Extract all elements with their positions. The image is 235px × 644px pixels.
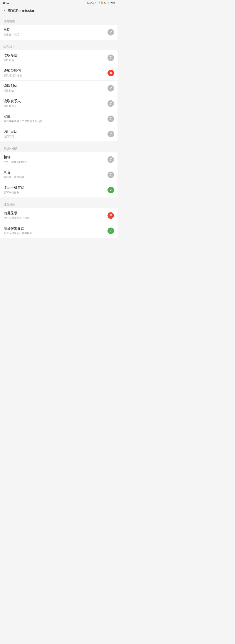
section-list-2: 相机拍照、录像和闪光灯?录音通话录音和本地录音?读写手机存储读写手机存储✓: [0, 152, 117, 198]
section-header-2: 多媒体相关: [0, 144, 117, 152]
list-item-text: 读取短信读取短信: [3, 53, 105, 62]
list-item-desc: 访问日历: [3, 135, 105, 138]
alarm-icon: ⏰: [97, 2, 100, 4]
battery-icon: 🔋: [107, 2, 110, 4]
status-right-icons: 29.0K/s ✗ ⏰ 📶 4G 🔋 94%: [87, 2, 115, 4]
list-item-title: 录音: [3, 170, 105, 175]
battery-level: 94%: [111, 2, 115, 4]
list-item: 电话直接拨打电话?: [0, 25, 117, 40]
list-item-title: 锁屏显示: [3, 211, 105, 216]
network-speed: 29.0K/s: [87, 2, 94, 4]
permission-icon-check[interactable]: ✓: [107, 228, 114, 234]
list-item-title: 读取短信: [3, 53, 105, 58]
section-header-3: 设置相关: [0, 200, 117, 208]
list-item-desc: 读取联系人: [3, 104, 105, 108]
list-item-desc: 拍照、录像和闪光灯: [3, 160, 105, 164]
list-item: 读取彩信读取彩信?: [0, 81, 117, 96]
list-item-title: 后台弹出界面: [3, 226, 105, 231]
list-item-desc: 通话录音和本地录音: [3, 176, 105, 179]
list-item-text: 后台弹出界面允许应用在后台弹出界面: [3, 226, 105, 235]
list-item-title: 读取彩信: [3, 84, 105, 88]
list-item-text: 读取彩信读取彩信: [3, 84, 105, 92]
section-list-0: 电话直接拨打电话?: [0, 25, 117, 40]
list-item-text: 定位通过网络或者卫星对您的手机定位: [3, 114, 105, 123]
list-item-text: 锁屏显示允许应用在锁屏上显示: [3, 211, 105, 220]
list-item-title: 相机: [3, 155, 105, 160]
list-item-title: 电话: [3, 28, 105, 32]
list-item: 后台弹出界面允许应用在后台弹出界面✓: [0, 223, 117, 238]
signal-icon: 📶: [101, 2, 103, 4]
list-item-desc: 允许应用在后台弹出界面: [3, 232, 105, 235]
section-header-1: 隐私相关: [0, 42, 117, 50]
list-item-title: 通知类短信: [3, 68, 105, 73]
list-item: 锁屏显示允许应用在锁屏上显示✕: [0, 208, 117, 223]
list-item-title: 定位: [3, 114, 105, 119]
list-item-text: 访问日历访问日历: [3, 130, 105, 138]
list-item-text: 电话直接拨打电话: [3, 28, 105, 36]
list-item: 相机拍照、录像和闪光灯?: [0, 152, 117, 167]
list-item-desc: 允许应用在锁屏上显示: [3, 216, 105, 220]
permission-icon-cross[interactable]: ✕: [107, 212, 114, 219]
permission-icon-question[interactable]: ?: [107, 131, 114, 137]
section-gap: [0, 40, 117, 42]
permission-icon-question[interactable]: ?: [107, 54, 114, 61]
permission-icon-cross[interactable]: ✕: [107, 70, 114, 76]
list-item: 定位通过网络或者卫星对您的手机定位?: [0, 111, 117, 126]
section-list-3: 锁屏显示允许应用在锁屏上显示✕后台弹出界面允许应用在后台弹出界面✓: [0, 208, 117, 238]
list-item: 通知类短信读取通知类短信✕: [0, 66, 117, 81]
list-item-title: 访问日历: [3, 130, 105, 134]
permission-icon-question[interactable]: ?: [107, 156, 114, 163]
permission-icon-question[interactable]: ?: [107, 29, 114, 36]
back-button[interactable]: ‹: [3, 9, 5, 13]
section-gap: [0, 198, 117, 200]
list-item-text: 相机拍照、录像和闪光灯: [3, 155, 105, 164]
permission-icon-question[interactable]: ?: [107, 172, 114, 178]
section-header-0: 资费相关: [0, 16, 117, 25]
list-item-title: 读取联系人: [3, 99, 105, 104]
status-time: 10:19: [2, 1, 9, 4]
list-item-desc: 读取通知类短信: [3, 74, 105, 77]
list-item: 录音通话录音和本地录音?: [0, 167, 117, 182]
network-type: 4G: [104, 2, 107, 4]
list-item: 读取联系人读取联系人?: [0, 96, 117, 111]
list-item-text: 录音通话录音和本地录音: [3, 170, 105, 179]
list-item: 读写手机存储读写手机存储✓: [0, 182, 117, 198]
list-item-desc: 读写手机存储: [3, 191, 105, 194]
list-item: 读取短信读取短信?: [0, 50, 117, 66]
list-item-desc: 直接拨打电话: [3, 33, 105, 36]
list-item-text: 读取联系人读取联系人: [3, 99, 105, 108]
list-item-desc: 通过网络或者卫星对您的手机定位: [3, 120, 105, 123]
list-item-text: 通知类短信读取通知类短信: [3, 68, 105, 77]
list-item-desc: 读取彩信: [3, 89, 105, 92]
permission-icon-question[interactable]: ?: [107, 100, 114, 107]
permission-icon-check[interactable]: ✓: [107, 187, 114, 193]
permission-icon-question[interactable]: ?: [107, 116, 114, 122]
section-gap: [0, 142, 117, 144]
status-bar: 10:19 29.0K/s ✗ ⏰ 📶 4G 🔋 94%: [0, 0, 117, 6]
bluetooth-icon: ✗: [95, 2, 97, 4]
page-header: ‹ SDCPermission: [0, 6, 117, 16]
list-item-text: 读写手机存储读写手机存储: [3, 186, 105, 194]
page-title: SDCPermission: [7, 8, 35, 13]
permission-icon-question[interactable]: ?: [107, 85, 114, 92]
list-item-title: 读写手机存储: [3, 186, 105, 190]
section-list-1: 读取短信读取短信?通知类短信读取通知类短信✕读取彩信读取彩信?读取联系人读取联系…: [0, 50, 117, 142]
list-item-desc: 读取短信: [3, 58, 105, 62]
list-item: 访问日历访问日历?: [0, 126, 117, 142]
